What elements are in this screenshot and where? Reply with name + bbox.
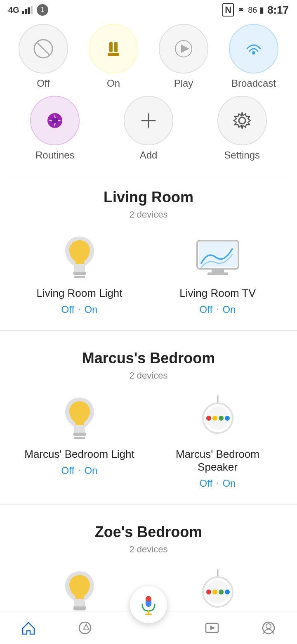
svg-point-55 — [266, 624, 271, 629]
control-add[interactable]: Add — [124, 96, 173, 161]
marcus-speaker-icon — [193, 393, 243, 443]
svg-marker-10 — [181, 45, 189, 53]
living-room-tv-icon — [193, 232, 243, 282]
bulb-icon-living — [61, 234, 98, 280]
svg-rect-1 — [25, 9, 27, 14]
off-icon — [33, 38, 54, 59]
zoes-bedroom-count: 2 devices — [8, 544, 289, 555]
play-label: Play — [174, 78, 193, 89]
broadcast-icon — [243, 38, 264, 59]
svg-rect-28 — [74, 437, 85, 439]
nav-home[interactable] — [16, 616, 40, 640]
on-label: On — [107, 78, 120, 89]
control-settings[interactable]: Settings — [217, 96, 267, 161]
marcus-bedroom-devices: Marcus' Bedroom Light Off • On — [8, 389, 289, 493]
settings-label: Settings — [224, 149, 260, 161]
living-room-tv-name: Living Room TV — [179, 287, 256, 300]
svg-point-41 — [206, 590, 211, 594]
marcus-speaker-on: On — [222, 478, 236, 489]
svg-point-49 — [79, 622, 91, 634]
nfc-icon: N — [222, 3, 234, 17]
marcus-light-status: Off • On — [61, 465, 98, 476]
living-room-title: Living Room — [8, 189, 289, 206]
status-left: 4G 1 — [8, 4, 48, 16]
control-play[interactable]: Play — [159, 24, 208, 89]
svg-marker-53 — [210, 626, 215, 630]
status-bar: 4G 1 N ⚭ 86 ▮ 8:17 — [0, 0, 297, 20]
living-room-light-name: Living Room Light — [36, 287, 122, 300]
explore-icon — [77, 620, 93, 636]
off-circle — [19, 24, 68, 73]
living-room-light-off: Off — [61, 304, 75, 315]
status-dot-2: • — [217, 307, 218, 313]
svg-rect-2 — [28, 7, 30, 14]
living-room-tv-status: Off • On — [200, 304, 236, 315]
bulb-icon-zoe — [61, 569, 98, 615]
living-room-light-status: Off • On — [61, 304, 98, 315]
device-marcus-speaker[interactable]: Marcus' Bedroom Speaker Off • On — [151, 389, 285, 493]
svg-marker-50 — [84, 624, 89, 629]
device-living-room-light[interactable]: Living Room Light Off • On — [12, 228, 146, 320]
on-circle — [89, 24, 138, 73]
marcus-speaker-off: Off — [200, 478, 213, 489]
play-circle — [159, 24, 208, 73]
home-icon — [21, 620, 36, 636]
carrier-label: 4G — [8, 5, 19, 15]
control-broadcast[interactable]: Broadcast — [229, 24, 278, 89]
marcus-light-icon — [55, 393, 104, 443]
nav-account[interactable] — [257, 616, 280, 640]
signal-icon — [22, 6, 34, 14]
zoes-speaker-icon — [193, 567, 243, 617]
svg-point-34 — [219, 416, 224, 421]
main-content: Off On — [0, 20, 297, 644]
control-routines[interactable]: Routines — [30, 96, 80, 161]
controls-section: Off On — [0, 20, 297, 176]
status-dot-4: • — [217, 481, 218, 486]
play-icon — [173, 38, 194, 59]
living-room-light-on: On — [84, 304, 97, 315]
room-living-room: Living Room 2 devices Living Room Light … — [0, 176, 297, 324]
nav-explore[interactable] — [73, 616, 97, 640]
svg-point-35 — [225, 416, 230, 421]
add-icon — [138, 110, 159, 131]
time-label: 8:17 — [267, 4, 289, 17]
zoes-light-icon — [55, 567, 104, 617]
divider-2 — [0, 504, 297, 504]
bulb-icon-marcus — [61, 395, 98, 441]
on-icon — [103, 38, 124, 59]
mic-icon — [138, 594, 159, 615]
svg-rect-3 — [31, 6, 33, 14]
controls-row-1: Off On — [0, 24, 297, 96]
control-on[interactable]: On — [89, 24, 138, 89]
marcus-light-name: Marcus' Bedroom Light — [24, 448, 134, 461]
divider-1 — [0, 330, 297, 331]
living-room-devices: Living Room Light Off • On — [8, 228, 289, 320]
svg-rect-21 — [73, 272, 86, 275]
svg-point-32 — [206, 416, 211, 421]
status-right: N ⚭ 86 ▮ 8:17 — [222, 3, 289, 17]
nav-media[interactable] — [200, 616, 224, 640]
tv-icon — [195, 239, 240, 276]
battery-icon: 86 ▮ — [248, 5, 264, 15]
control-off[interactable]: Off — [19, 24, 68, 89]
status-dot-1: • — [78, 307, 80, 313]
speaker-icon-zoe — [197, 569, 238, 615]
add-circle — [124, 96, 173, 145]
mic-fab-button[interactable] — [130, 586, 167, 623]
svg-rect-27 — [73, 433, 86, 436]
marcus-speaker-status: Off • On — [200, 478, 236, 489]
device-marcus-light[interactable]: Marcus' Bedroom Light Off • On — [12, 389, 146, 493]
off-label: Off — [37, 78, 50, 89]
add-label: Add — [140, 149, 158, 161]
living-room-light-icon — [55, 232, 104, 282]
routines-icon — [44, 110, 66, 131]
device-living-room-tv[interactable]: Living Room TV Off • On — [151, 228, 285, 320]
media-icon — [204, 620, 220, 636]
room-marcus-bedroom: Marcus's Bedroom 2 devices Marcus' Bedro… — [0, 337, 297, 497]
notification-badge: 1 — [37, 4, 48, 16]
svg-rect-46 — [146, 596, 151, 601]
marcus-bedroom-title: Marcus's Bedroom — [8, 350, 289, 367]
svg-rect-0 — [22, 11, 24, 14]
zoes-bedroom-title: Zoe's Bedroom — [8, 523, 289, 541]
living-room-tv-on: On — [222, 304, 236, 315]
